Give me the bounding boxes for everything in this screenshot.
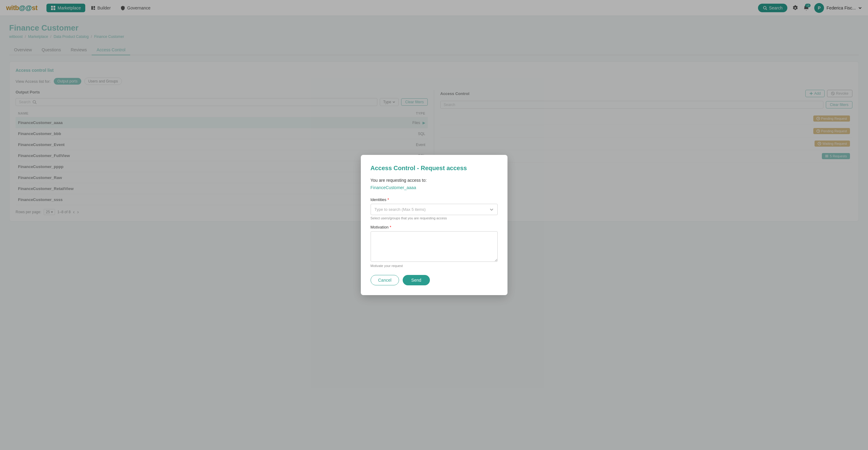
identities-hint: Select users/groups that you are request… xyxy=(371,216,498,220)
cancel-button[interactable]: Cancel xyxy=(371,275,399,285)
identities-label: Identities * xyxy=(371,197,498,202)
motivation-hint: Motivate your request xyxy=(371,264,498,268)
identities-placeholder: Type to search (Max 5 items) xyxy=(375,207,426,212)
modal-overlay: Access Control - Request access You are … xyxy=(0,0,868,450)
chevron-down-icon xyxy=(490,207,494,212)
motivation-label: Motivation * xyxy=(371,225,498,229)
access-control-modal: Access Control - Request access You are … xyxy=(361,155,507,295)
send-button[interactable]: Send xyxy=(403,275,430,285)
motivation-group: Motivation * Motivate your request xyxy=(371,225,498,268)
modal-title: Access Control - Request access xyxy=(371,165,498,172)
modal-actions: Cancel Send xyxy=(371,275,498,285)
identities-group: Identities * Type to search (Max 5 items… xyxy=(371,197,498,220)
modal-subtitle: You are requesting access to: xyxy=(371,178,498,183)
identities-select[interactable]: Type to search (Max 5 items) xyxy=(371,204,498,215)
modal-target-link[interactable]: FinanceCustomer_aaaa xyxy=(371,185,498,190)
motivation-input[interactable] xyxy=(371,231,498,262)
